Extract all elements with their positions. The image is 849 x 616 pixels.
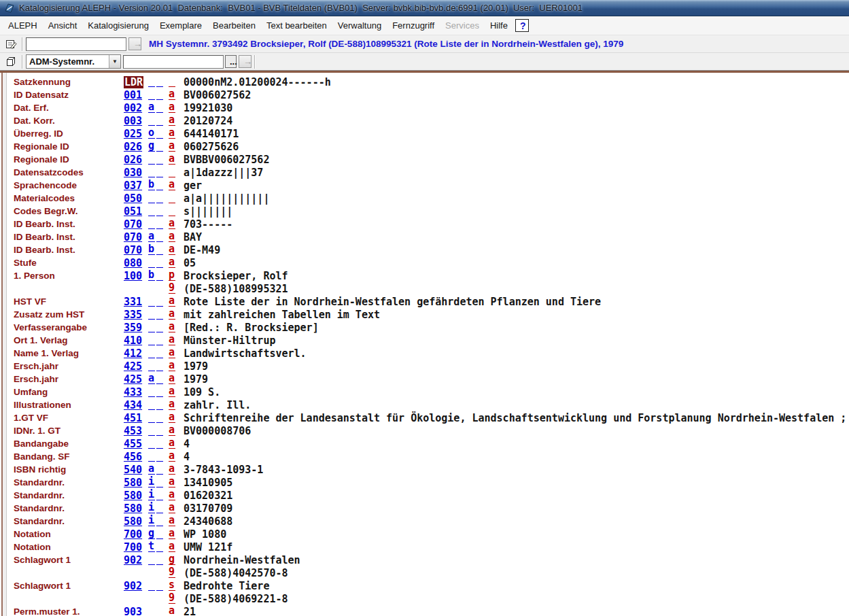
subfield-code[interactable]: 9 bbox=[169, 593, 175, 604]
indicator-1[interactable] bbox=[148, 386, 155, 397]
subfield-code[interactable]: a bbox=[169, 102, 175, 113]
indicator-2[interactable] bbox=[156, 296, 163, 307]
field-value[interactable]: BAY bbox=[184, 231, 202, 243]
indicator-2[interactable] bbox=[156, 412, 163, 423]
field-value[interactable]: BV006027562 bbox=[184, 89, 251, 101]
indicator-2[interactable] bbox=[156, 347, 163, 358]
field-tag[interactable]: 903 bbox=[124, 606, 142, 616]
indicator-2[interactable] bbox=[156, 89, 163, 100]
field-tag[interactable]: 412 bbox=[124, 347, 142, 360]
subfield-code[interactable]: a bbox=[169, 296, 175, 307]
subfield-code[interactable]: a bbox=[169, 89, 175, 100]
field-value[interactable]: (DE-588)4069221-8 bbox=[184, 593, 288, 605]
field-value[interactable]: Schriftenreihe der Landesanstalt für Öko… bbox=[184, 412, 849, 424]
subfield-code[interactable]: a bbox=[169, 244, 175, 255]
indicator-2[interactable] bbox=[156, 438, 163, 449]
field-tag[interactable]: 030 bbox=[124, 167, 142, 179]
indicator-1[interactable]: g bbox=[148, 141, 155, 152]
field-tag[interactable]: 580 bbox=[124, 490, 142, 502]
indicator-2[interactable] bbox=[156, 528, 163, 539]
field-value[interactable]: 1979 bbox=[184, 360, 208, 373]
indicator-2[interactable] bbox=[156, 399, 163, 410]
indicator-1[interactable] bbox=[148, 89, 155, 100]
subfield-code[interactable]: a bbox=[169, 502, 175, 513]
indicator-2[interactable] bbox=[156, 606, 163, 616]
indicator-1[interactable] bbox=[148, 438, 155, 449]
search-value-input[interactable] bbox=[123, 55, 224, 69]
subfield-code[interactable]: p bbox=[169, 270, 175, 281]
indicator-2[interactable] bbox=[156, 386, 163, 397]
subfield-code[interactable]: a bbox=[169, 335, 175, 345]
indicator-1[interactable]: b bbox=[148, 179, 155, 190]
subfield-code[interactable]: a bbox=[169, 438, 175, 449]
subfield-code[interactable]: a bbox=[169, 115, 175, 126]
indicator-2[interactable] bbox=[156, 179, 163, 190]
field-tag[interactable]: 434 bbox=[124, 399, 142, 411]
field-value[interactable]: (DE-588)108995321 bbox=[184, 283, 288, 295]
indicator-2[interactable] bbox=[156, 464, 163, 475]
indicator-2[interactable] bbox=[156, 360, 163, 371]
subfield-code[interactable]: a bbox=[169, 386, 175, 397]
indicator-2[interactable] bbox=[156, 373, 163, 384]
subfield-code[interactable] bbox=[169, 205, 175, 216]
field-value[interactable]: [Red.: R. Brocksieper] bbox=[184, 322, 319, 334]
field-tag[interactable]: 433 bbox=[124, 386, 142, 398]
indicator-2[interactable] bbox=[156, 141, 163, 152]
indicator-1[interactable] bbox=[148, 360, 155, 371]
record-cube-icon[interactable] bbox=[3, 55, 19, 69]
field-value[interactable]: 109 S. bbox=[184, 386, 220, 398]
subfield-code[interactable]: a bbox=[169, 464, 175, 475]
indicator-2[interactable] bbox=[156, 205, 163, 216]
edit-record-icon[interactable] bbox=[3, 37, 19, 51]
menu-item-aleph[interactable]: ALEPH bbox=[3, 18, 43, 33]
indicator-1[interactable] bbox=[148, 218, 155, 229]
subfield-code[interactable]: a bbox=[169, 451, 175, 462]
indicator-1[interactable]: a bbox=[148, 373, 155, 384]
field-tag[interactable]: 580 bbox=[124, 515, 142, 528]
indicator-1[interactable] bbox=[148, 167, 155, 177]
field-value[interactable]: BV000008706 bbox=[184, 425, 251, 437]
indicator-2[interactable] bbox=[156, 167, 163, 177]
field-tag[interactable]: 100 bbox=[124, 270, 142, 282]
field-value[interactable]: BVBBV006027562 bbox=[184, 154, 269, 166]
subfield-code[interactable] bbox=[169, 192, 175, 203]
indicator-1[interactable] bbox=[148, 296, 155, 307]
indicator-1[interactable] bbox=[148, 192, 155, 203]
field-value[interactable]: Brocksieper, Rolf bbox=[184, 270, 288, 282]
browse-ellipsis-button[interactable]: ... bbox=[225, 55, 237, 68]
indicator-1[interactable]: b bbox=[148, 244, 155, 255]
field-value[interactable]: UMW 121f bbox=[184, 541, 232, 553]
field-value[interactable]: 20120724 bbox=[184, 115, 232, 127]
subfield-code[interactable]: a bbox=[169, 141, 175, 152]
field-value[interactable]: 03170709 bbox=[184, 502, 232, 515]
indicator-2[interactable] bbox=[156, 335, 163, 345]
subfield-code[interactable]: a bbox=[169, 347, 175, 358]
context-help-button[interactable]: ? bbox=[515, 19, 529, 32]
field-tag[interactable]: LDR bbox=[124, 76, 143, 88]
field-value[interactable]: Bedrohte Tiere bbox=[184, 580, 269, 592]
field-tag[interactable]: 002 bbox=[124, 102, 142, 114]
field-tag[interactable]: 410 bbox=[124, 335, 142, 347]
field-value[interactable]: 060275626 bbox=[184, 141, 239, 153]
indicator-1[interactable]: a bbox=[148, 464, 155, 475]
menu-item-ansicht[interactable]: Ansicht bbox=[43, 18, 83, 33]
indicator-1[interactable] bbox=[148, 412, 155, 423]
indicator-1[interactable] bbox=[148, 115, 155, 126]
indicator-2[interactable] bbox=[156, 309, 163, 320]
search-type-dropdown[interactable]: ADM-Systemnr. ▼ bbox=[26, 54, 121, 69]
indicator-2[interactable] bbox=[156, 128, 163, 139]
field-tag[interactable]: 580 bbox=[124, 477, 142, 489]
subfield-code[interactable]: a bbox=[169, 154, 175, 165]
indicator-1[interactable] bbox=[148, 322, 155, 332]
field-value[interactable]: Rote Liste der in Nordrhein-Westfalen ge… bbox=[184, 296, 601, 308]
indicator-1[interactable]: b bbox=[148, 270, 155, 281]
subfield-code[interactable]: a bbox=[169, 257, 175, 268]
subfield-code[interactable]: a bbox=[169, 425, 175, 436]
indicator-2[interactable] bbox=[156, 244, 163, 255]
subfield-code[interactable]: 9 bbox=[169, 567, 175, 578]
field-tag[interactable]: 700 bbox=[124, 541, 142, 553]
menu-item-exemplare[interactable]: Exemplare bbox=[154, 18, 207, 33]
indicator-2[interactable] bbox=[156, 257, 163, 268]
indicator-1[interactable]: a bbox=[148, 102, 155, 113]
field-value[interactable]: s||||||| bbox=[184, 205, 232, 218]
